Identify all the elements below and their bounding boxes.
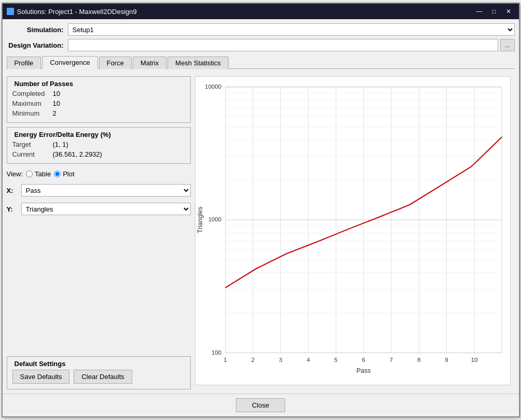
x-axis-select[interactable]: Pass	[21, 184, 191, 197]
main-window: Solutions: Project1 - Maxwell2DDesign9 —…	[2, 3, 520, 417]
simulation-label: Simulation:	[7, 26, 64, 34]
minimum-value: 2	[53, 109, 57, 117]
current-value: (36.561, 2.2932)	[53, 150, 102, 158]
bottom-bar: Close	[3, 394, 519, 416]
view-label: View:	[7, 170, 23, 178]
current-label: Current	[12, 150, 49, 158]
tab-matrix[interactable]: Matrix	[133, 57, 166, 69]
maximum-label: Maximum	[12, 100, 49, 107]
view-plot-option[interactable]: Plot	[54, 170, 74, 178]
maximum-row: Maximum 10	[12, 100, 185, 107]
tab-convergence[interactable]: Convergence	[42, 56, 97, 69]
simulation-row: Simulation: Setup1	[7, 23, 515, 36]
view-row: View: Table Plot	[7, 170, 191, 178]
title-bar-left: Solutions: Project1 - Maxwell2DDesign9	[7, 8, 137, 16]
tab-profile[interactable]: Profile	[7, 57, 41, 69]
svg-text:10000: 10000	[205, 83, 221, 90]
design-variation-input-container: ...	[68, 39, 515, 51]
svg-text:Triangles: Triangles	[196, 206, 203, 233]
svg-text:5: 5	[334, 357, 337, 363]
completed-row: Completed 10	[12, 90, 185, 97]
svg-text:1000: 1000	[208, 216, 221, 222]
svg-text:2: 2	[251, 357, 254, 363]
maximize-button[interactable]: □	[488, 6, 500, 17]
window-close-button[interactable]: ✕	[502, 6, 515, 17]
default-settings-legend: Default Settings	[12, 360, 185, 368]
tab-mesh-statistics[interactable]: Mesh Statistics	[167, 57, 228, 69]
left-spacer	[7, 219, 191, 348]
y-axis-label: Y:	[7, 205, 18, 213]
simulation-dropdown-container: Setup1	[68, 23, 515, 36]
svg-text:3: 3	[279, 357, 282, 363]
left-panel: Number of Passes Completed 10 Maximum 10…	[7, 72, 191, 389]
svg-text:10: 10	[471, 357, 477, 363]
number-of-passes-legend: Number of Passes	[12, 80, 185, 88]
y-axis-row: Y: Triangles	[7, 203, 191, 215]
design-variation-row: Design Variation: ...	[7, 39, 515, 51]
view-table-option[interactable]: Table	[26, 170, 51, 178]
maximum-value: 10	[53, 100, 60, 107]
design-variation-label: Design Variation:	[7, 41, 64, 49]
view-plot-label: Plot	[63, 170, 74, 178]
clear-defaults-button[interactable]: Clear Defaults	[74, 370, 132, 384]
energy-error-group: Energy Error/Delta Energy (%) Target (1,…	[7, 127, 191, 164]
save-defaults-button[interactable]: Save Defaults	[12, 370, 70, 384]
svg-text:4: 4	[306, 357, 310, 363]
chart-svg: 10000 1000 100 1 2 3 4 5 6 7 8 9 10	[195, 77, 510, 385]
x-axis-label: X:	[7, 187, 18, 194]
default-settings-fieldset: Default Settings Save Defaults Clear Def…	[7, 356, 191, 389]
svg-text:Pass: Pass	[356, 367, 371, 374]
tab-content-area: Number of Passes Completed 10 Maximum 10…	[7, 72, 515, 389]
title-bar: Solutions: Project1 - Maxwell2DDesign9 —…	[3, 4, 519, 19]
content-area: Simulation: Setup1 Design Variation: ...…	[3, 19, 519, 394]
y-axis-select[interactable]: Triangles	[21, 203, 191, 215]
completed-value: 10	[53, 90, 60, 97]
minimize-button[interactable]: —	[473, 6, 486, 17]
target-value: (1, 1)	[53, 141, 68, 148]
energy-error-legend: Energy Error/Delta Energy (%)	[12, 131, 185, 138]
target-label: Target	[12, 141, 49, 148]
right-panel: 10000 1000 100 1 2 3 4 5 6 7 8 9 10	[195, 72, 515, 389]
tabs-row: Profile Convergence Force Matrix Mesh St…	[7, 55, 515, 69]
app-icon	[7, 8, 14, 15]
svg-text:9: 9	[445, 357, 448, 363]
svg-text:8: 8	[417, 357, 420, 363]
default-settings-buttons: Save Defaults Clear Defaults	[12, 370, 185, 384]
view-plot-radio[interactable]	[54, 171, 61, 177]
tab-force[interactable]: Force	[99, 57, 132, 69]
current-row: Current (36.561, 2.2932)	[12, 150, 185, 158]
close-dialog-button[interactable]: Close	[236, 398, 285, 412]
svg-text:100: 100	[212, 349, 221, 356]
minimum-row: Minimum 2	[12, 109, 185, 117]
simulation-select[interactable]: Setup1	[68, 23, 515, 36]
title-controls: — □ ✕	[473, 6, 515, 17]
target-row: Target (1, 1)	[12, 141, 185, 148]
design-variation-input[interactable]	[68, 39, 498, 51]
x-axis-row: X: Pass	[7, 184, 191, 197]
view-table-radio[interactable]	[26, 171, 33, 177]
minimum-label: Minimum	[12, 109, 49, 117]
default-settings: Default Settings Save Defaults Clear Def…	[7, 352, 191, 389]
svg-text:1: 1	[223, 357, 227, 363]
svg-text:7: 7	[389, 357, 392, 363]
view-table-label: Table	[35, 170, 51, 178]
window-title: Solutions: Project1 - Maxwell2DDesign9	[17, 8, 137, 16]
completed-label: Completed	[12, 90, 49, 97]
svg-text:6: 6	[362, 357, 365, 363]
browse-button[interactable]: ...	[500, 39, 515, 51]
chart-area: 10000 1000 100 1 2 3 4 5 6 7 8 9 10	[195, 76, 511, 385]
number-of-passes-group: Number of Passes Completed 10 Maximum 10…	[7, 76, 191, 123]
